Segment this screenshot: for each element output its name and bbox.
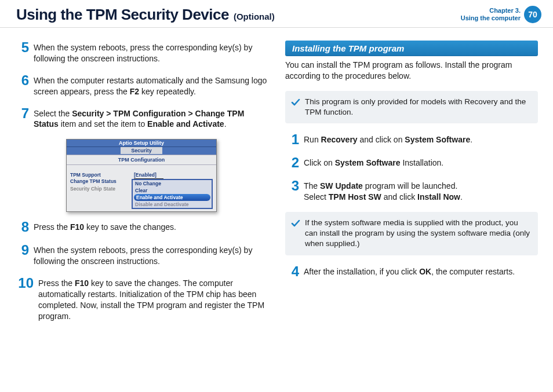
right-column: Installing the TPM program You can insta… bbox=[285, 41, 538, 331]
right-step-2: 2 Click on System Software Installation. bbox=[285, 156, 538, 170]
bios-menu-item: No Change bbox=[133, 180, 212, 187]
step-number: 8 bbox=[15, 220, 29, 234]
bios-dropdown-menu: No Change Clear Enable and Activate Disa… bbox=[132, 179, 213, 209]
check-icon bbox=[291, 98, 300, 107]
page-subtitle: (Optional) bbox=[234, 12, 275, 21]
right-step-3: 3 The SW Update program will be launched… bbox=[285, 179, 538, 203]
step-number: 9 bbox=[15, 243, 29, 267]
chapter-text: Chapter 3. Using the computer bbox=[461, 7, 521, 22]
step-body: Select the Security > TPM Configuration … bbox=[34, 107, 268, 130]
bios-title: Aptio Setup Utility bbox=[67, 140, 216, 147]
step-7: 7 Select the Security > TPM Configuratio… bbox=[15, 107, 268, 130]
step-9: 9 When the system reboots, press the cor… bbox=[15, 243, 268, 267]
step-number: 4 bbox=[285, 265, 299, 279]
right-step-4: 4 After the installation, if you click O… bbox=[285, 265, 538, 279]
step-body: The SW Update program will be launched.S… bbox=[304, 179, 463, 203]
bios-tab-security: Security bbox=[121, 147, 162, 154]
step-body: When the system reboots, press the corre… bbox=[34, 41, 268, 64]
step-body: When the computer restarts automatically… bbox=[34, 74, 268, 97]
step-body: Press the F10 key to save the changes. T… bbox=[38, 276, 268, 322]
bios-row-label: Security Chip State bbox=[70, 186, 134, 192]
content-columns: 5 When the system reboots, press the cor… bbox=[0, 28, 553, 337]
left-column: 5 When the system reboots, press the cor… bbox=[15, 41, 268, 331]
bios-body: TPM Support [Enabled] Change TPM Status … bbox=[67, 165, 216, 211]
step-number: 7 bbox=[15, 107, 29, 130]
bios-row-label: Change TPM Status bbox=[70, 178, 134, 186]
chapter-line-1: Chapter 3. bbox=[461, 7, 521, 14]
step-body: Press the F10 key to save the changes. bbox=[34, 220, 176, 234]
step-number: 3 bbox=[285, 179, 299, 203]
step-10: 10 Press the F10 key to save the changes… bbox=[15, 276, 268, 322]
section-intro: You can install the TPM program as follo… bbox=[285, 60, 538, 82]
bios-screenshot: Aptio Setup Utility Security TPM Configu… bbox=[66, 139, 217, 212]
step-8: 8 Press the F10 key to save the changes. bbox=[15, 220, 268, 234]
title-block: Using the TPM Security Device (Optional) bbox=[16, 6, 275, 24]
section-heading: Installing the TPM program bbox=[285, 41, 538, 56]
note-box-1: This program is only provided for models… bbox=[285, 91, 538, 123]
step-body: When the system reboots, press the corre… bbox=[34, 243, 268, 267]
step-number: 1 bbox=[285, 133, 299, 146]
step-number: 10 bbox=[15, 276, 34, 322]
bios-menu-item-dim: Disable and Deactivate bbox=[133, 201, 212, 208]
chapter-line-2: Using the computer bbox=[461, 14, 521, 22]
right-step-1: 1 Run Recovery and click on System Softw… bbox=[285, 133, 538, 146]
step-body: Click on System Software Installation. bbox=[304, 156, 443, 170]
check-icon bbox=[291, 219, 300, 228]
bios-subtitle: TPM Configuration bbox=[67, 155, 216, 165]
note-text: This program is only provided for models… bbox=[305, 97, 531, 118]
bios-tab-row: Security bbox=[67, 147, 216, 155]
bios-menu-item-highlighted: Enable and Activate bbox=[134, 194, 210, 201]
step-body: Run Recovery and click on System Softwar… bbox=[304, 133, 472, 146]
bios-row-label: TPM Support bbox=[70, 172, 134, 178]
step-body: After the installation, if you click OK,… bbox=[304, 265, 515, 279]
chapter-block: Chapter 3. Using the computer 70 bbox=[461, 6, 541, 23]
page-number-badge: 70 bbox=[524, 6, 541, 23]
page-title: Using the TPM Security Device bbox=[16, 6, 229, 24]
bios-row-value: [Enabled] bbox=[134, 172, 157, 178]
page-header: Using the TPM Security Device (Optional)… bbox=[0, 0, 553, 28]
step-6: 6 When the computer restarts automatical… bbox=[15, 74, 268, 97]
step-number: 6 bbox=[15, 74, 29, 97]
bios-row-tpm-support: TPM Support [Enabled] bbox=[70, 172, 213, 178]
step-5: 5 When the system reboots, press the cor… bbox=[15, 41, 268, 64]
bios-menu-item: Clear bbox=[133, 187, 212, 194]
note-box-2: If the system software media is supplied… bbox=[285, 212, 538, 255]
step-number: 5 bbox=[15, 41, 29, 64]
step-number: 2 bbox=[285, 156, 299, 170]
note-text: If the system software media is supplied… bbox=[305, 218, 531, 250]
